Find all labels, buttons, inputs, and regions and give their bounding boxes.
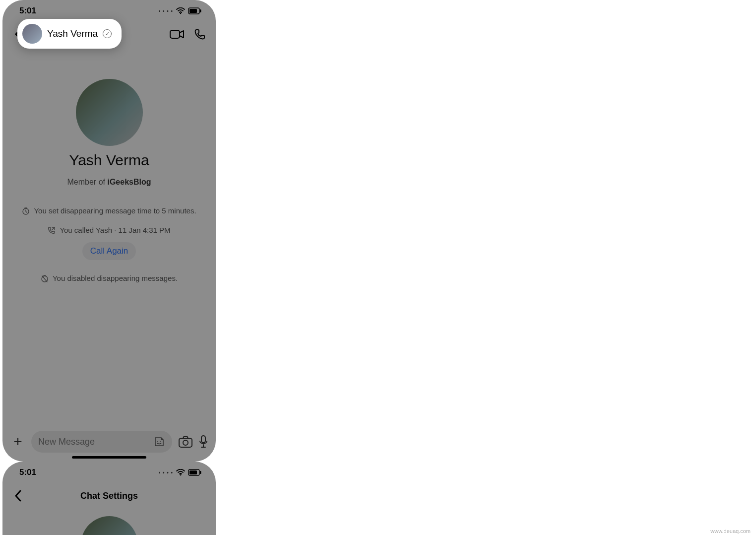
battery-icon [188, 7, 202, 14]
svg-rect-9 [179, 438, 192, 447]
mic-button[interactable] [199, 435, 208, 449]
system-msg-disappearing-set: You set disappearing message time to 5 m… [11, 206, 207, 215]
status-time: 5:01 [19, 6, 36, 16]
chat-intro: Yash Verma Member of iGeeksBlog You set … [2, 47, 216, 293]
attach-button[interactable]: + [10, 433, 25, 450]
video-call-button[interactable] [168, 25, 186, 43]
svg-rect-15 [200, 471, 201, 474]
member-of: Member of iGeeksBlog [2, 178, 216, 187]
svg-point-10 [183, 440, 188, 445]
wifi-icon [176, 7, 185, 14]
settings-profile: Yash Verma [2, 508, 216, 535]
member-of-prefix: Member of [67, 178, 108, 186]
svg-rect-3 [200, 9, 201, 12]
status-time: 5:01 [19, 468, 36, 477]
svg-point-7 [157, 441, 158, 442]
watermark: www.deuaq.com [710, 528, 751, 534]
svg-rect-11 [201, 436, 205, 443]
contact-name-large: Yash Verma [2, 152, 216, 169]
status-right: • • • • [159, 7, 202, 14]
svg-rect-2 [189, 9, 197, 13]
battery-icon [188, 469, 202, 476]
avatar-large[interactable] [81, 516, 138, 535]
svg-point-12 [180, 474, 182, 476]
system-msg-text: You called Yash · 11 Jan 4:31 PM [60, 226, 170, 234]
member-of-group: iGeeksBlog [107, 178, 151, 186]
message-composer: + New Message [2, 431, 216, 453]
call-again-button[interactable]: Call Again [82, 242, 136, 260]
home-indicator [72, 456, 146, 459]
screenshot-2-settings: 5:01 • • • • Chat Settings Yash Verma Al… [2, 462, 216, 535]
screenshot-1-chat: 5:01 • • • • Yash Verma ✓ Yash Verma [2, 0, 216, 462]
system-msg-text: You set disappearing message time to 5 m… [34, 206, 196, 215]
system-msg-called: You called Yash · 11 Jan 4:31 PM [11, 226, 207, 234]
message-input[interactable]: New Message [31, 431, 172, 453]
sticker-icon[interactable] [153, 436, 165, 448]
wifi-icon [176, 469, 185, 476]
svg-point-8 [160, 441, 161, 442]
voice-call-button[interactable] [191, 25, 209, 43]
message-placeholder: New Message [38, 437, 95, 447]
cellular-dots-icon: • • • • [159, 470, 173, 475]
avatar [22, 24, 42, 44]
cellular-dots-icon: • • • • [159, 8, 173, 14]
outgoing-call-icon [48, 226, 56, 234]
system-msg-text: You disabled disappearing messages. [53, 274, 178, 282]
status-right: • • • • [159, 469, 202, 476]
timer-off-icon [41, 274, 49, 282]
status-bar: 5:01 • • • • [2, 462, 216, 483]
camera-button[interactable] [178, 435, 193, 448]
avatar-large [76, 79, 143, 146]
verified-icon: ✓ [103, 29, 112, 38]
svg-rect-4 [170, 30, 180, 38]
svg-point-0 [180, 13, 182, 14]
chat-header-contact[interactable]: Yash Verma ✓ [17, 19, 122, 49]
contact-name: Yash Verma [47, 28, 98, 39]
settings-nav-bar: Chat Settings [2, 483, 216, 508]
timer-icon [22, 207, 30, 215]
page-title: Chat Settings [2, 491, 216, 501]
svg-rect-14 [189, 470, 197, 474]
system-msg-disappearing-off: You disabled disappearing messages. [11, 274, 207, 282]
